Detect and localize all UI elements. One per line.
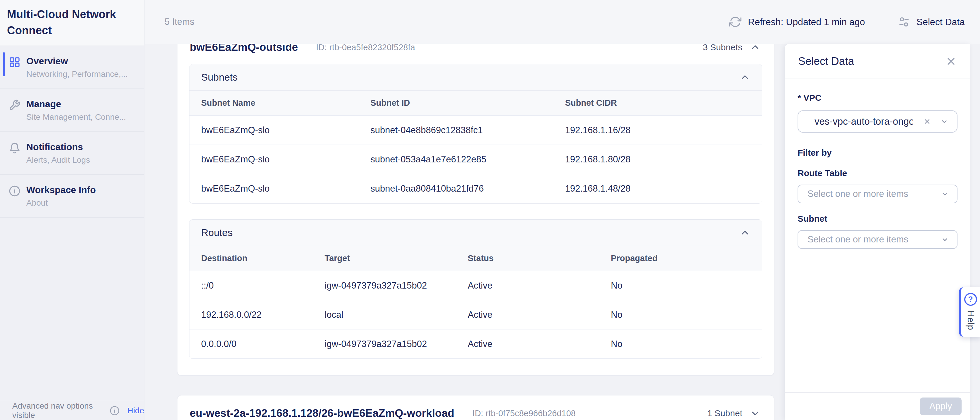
route-table-card-header[interactable]: eu-west-2a-192.168.1.128/26-bwE6EaZmQ-wo… — [177, 395, 774, 420]
chevron-down-icon — [750, 408, 760, 418]
route-table-id: ID: rtb-0f75c8e966b26d108 — [473, 409, 576, 418]
clear-icon[interactable] — [923, 117, 932, 126]
table-row: bwE6EaZmQ-slo subnet-0aa808410ba21fd76 1… — [189, 174, 762, 203]
status-cell: Active — [464, 339, 608, 349]
table-row: 192.168.0.0/22 local Active No — [189, 300, 762, 330]
subnet-cidr-cell: 192.168.1.16/28 — [562, 125, 762, 136]
panel-title: Select Data — [798, 55, 854, 68]
app-window: Multi-Cloud Network Connect Overview Net… — [0, 0, 980, 420]
subnet-id-cell: subnet-053a4a1e7e6122e85 — [367, 154, 562, 165]
route-table-card: bwE6EaZmQ-outside ID: rtb-0ea5fe82320f52… — [177, 44, 774, 376]
routes-section: Routes Destination Target Status Propaga… — [189, 219, 762, 359]
column-header: Destination — [189, 254, 321, 263]
close-icon[interactable] — [945, 55, 957, 67]
select-data-label: Select Data — [916, 17, 965, 27]
items-count: 5 Items — [165, 17, 194, 27]
column-header: Propagated — [607, 254, 762, 263]
refresh-icon — [729, 16, 741, 28]
sidebar: Multi-Cloud Network Connect Overview Net… — [0, 0, 145, 420]
table-row: bwE6EaZmQ-slo subnet-053a4a1e7e6122e85 1… — [189, 145, 762, 174]
propagated-cell: No — [607, 310, 762, 320]
subnet-count-toggle[interactable]: 3 Subnets — [703, 44, 760, 52]
refresh-label: Refresh: Updated 1 min ago — [748, 17, 865, 27]
destination-cell: 0.0.0.0/0 — [189, 339, 321, 349]
sidebar-item-overview[interactable]: Overview Networking, Performance,... — [0, 46, 144, 89]
subnet-field-label: Subnet — [797, 214, 958, 224]
status-cell: Active — [464, 310, 608, 320]
sidebar-item-label: Notifications — [26, 142, 90, 152]
sidebar-item-sublabel: Alerts, Audit Logs — [26, 155, 90, 165]
chevron-up-icon[interactable] — [740, 72, 750, 82]
advanced-nav-text: Advanced nav options visible — [12, 401, 104, 420]
sidebar-footer: Advanced nav options visible Hide — [0, 401, 144, 420]
sidebar-item-sublabel: Networking, Performance,... — [26, 70, 128, 79]
multiselect-placeholder: Select one or more items — [808, 189, 908, 199]
chevron-down-icon — [940, 235, 949, 244]
route-table-card-header[interactable]: bwE6EaZmQ-outside ID: rtb-0ea5fe82320f52… — [177, 44, 774, 64]
sidebar-item-notifications[interactable]: Notifications Alerts, Audit Logs — [0, 132, 144, 175]
subnet-count-label: 3 Subnets — [703, 44, 742, 52]
select-data-button[interactable]: Select Data — [898, 16, 965, 28]
column-header: Target — [321, 254, 464, 263]
subnet-count-toggle[interactable]: 1 Subnet — [707, 408, 760, 418]
question-circle-icon: ? — [964, 293, 977, 306]
select-data-panel-header: Select Data — [785, 44, 970, 79]
hide-nav-link[interactable]: Hide — [127, 406, 144, 415]
route-table-multiselect[interactable]: Select one or more items — [797, 185, 958, 203]
column-header: Subnet ID — [367, 98, 562, 108]
apply-button[interactable]: Apply — [920, 398, 962, 415]
destination-cell: ::/0 — [189, 281, 321, 291]
subnet-multiselect[interactable]: Select one or more items — [797, 230, 958, 249]
sidebar-nav: Overview Networking, Performance,... Man… — [0, 46, 144, 217]
subnets-section-header[interactable]: Subnets — [189, 64, 762, 90]
subnet-count-label: 1 Subnet — [707, 408, 742, 418]
column-header: Status — [464, 254, 608, 263]
subnets-table-header: Subnet Name Subnet ID Subnet CIDR — [189, 90, 762, 116]
vpc-field-label: * VPC — [797, 93, 958, 103]
select-data-panel-body: * VPC ves-vpc-auto-tora-ongoing... Filte… — [785, 79, 970, 249]
subnet-name-cell: bwE6EaZmQ-slo — [189, 125, 367, 136]
help-tab[interactable]: ? Help — [959, 287, 980, 337]
select-data-panel: Select Data * VPC ves-vpc-auto-tora-ongo… — [785, 44, 970, 420]
route-table-title: bwE6EaZmQ-outside — [190, 44, 298, 54]
refresh-button[interactable]: Refresh: Updated 1 min ago — [729, 16, 865, 28]
bell-icon — [9, 142, 21, 154]
sidebar-item-label: Manage — [26, 99, 126, 109]
route-table-card: eu-west-2a-192.168.1.128/26-bwE6EaZmQ-wo… — [177, 395, 774, 420]
routes-section-header[interactable]: Routes — [189, 220, 762, 246]
routes-section-title: Routes — [201, 227, 233, 238]
subnet-cidr-cell: 192.168.1.80/28 — [562, 154, 762, 165]
help-label: Help — [966, 311, 976, 330]
chevron-down-icon — [940, 190, 949, 198]
vpc-selected-value: ves-vpc-auto-tora-ongoing... — [815, 116, 913, 127]
table-row: ::/0 igw-0497379a327a15b02 Active No — [189, 271, 762, 300]
target-cell: local — [321, 310, 464, 320]
info-icon — [9, 185, 21, 197]
subnet-id-cell: subnet-04e8b869c12838fc1 — [367, 125, 562, 136]
column-header: Subnet Name — [189, 98, 367, 108]
sidebar-item-workspace-info[interactable]: Workspace Info About — [0, 175, 144, 217]
propagated-cell: No — [607, 339, 762, 349]
destination-cell: 192.168.0.0/22 — [189, 310, 321, 320]
sidebar-item-manage[interactable]: Manage Site Management, Conne... — [0, 89, 144, 132]
wrench-icon — [9, 99, 21, 111]
grid-icon — [9, 56, 21, 68]
vpc-select[interactable]: ves-vpc-auto-tora-ongoing... — [797, 110, 958, 133]
route-table-title: eu-west-2a-192.168.1.128/26-bwE6EaZmQ-wo… — [190, 407, 454, 419]
subnets-section: Subnets Subnet Name Subnet ID Subnet CID… — [189, 64, 762, 204]
route-table-id: ID: rtb-0ea5fe82320f528fa — [316, 44, 415, 52]
filter-by-label: Filter by — [797, 148, 958, 158]
content-area: 5 Items Refresh: Updated 1 min ago Selec… — [145, 0, 980, 420]
info-icon — [110, 406, 119, 415]
chevron-up-icon[interactable] — [740, 228, 750, 238]
table-row: 0.0.0.0/0 igw-0497379a327a15b02 Active N… — [189, 330, 762, 359]
sidebar-item-label: Overview — [26, 56, 128, 67]
chevron-down-icon[interactable] — [940, 117, 949, 126]
target-cell: igw-0497379a327a15b02 — [321, 281, 464, 291]
multiselect-placeholder: Select one or more items — [808, 234, 908, 245]
column-header: Subnet CIDR — [562, 98, 762, 108]
sidebar-item-sublabel: About — [26, 198, 96, 208]
subnet-id-cell: subnet-0aa808410ba21fd76 — [367, 184, 562, 194]
subnet-cidr-cell: 192.168.1.48/28 — [562, 184, 762, 194]
route-tables-list: bwE6EaZmQ-outside ID: rtb-0ea5fe82320f52… — [145, 44, 786, 420]
